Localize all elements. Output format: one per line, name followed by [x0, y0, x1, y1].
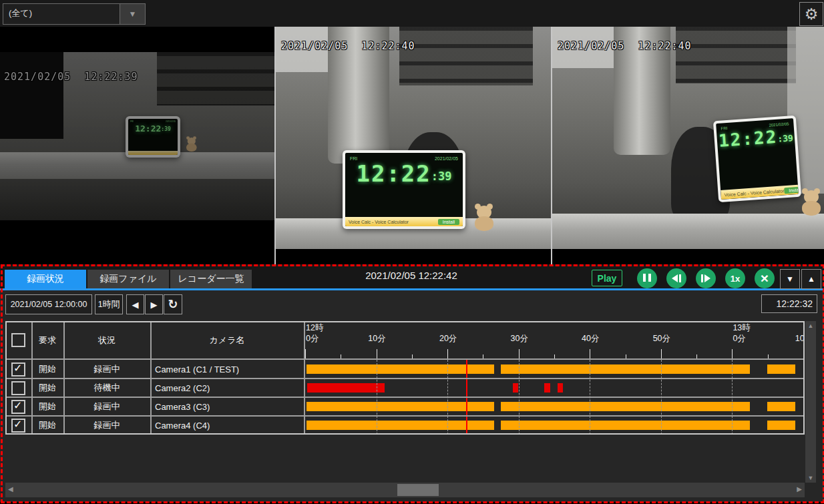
timeline-track: [305, 364, 803, 374]
timeline-hour-label: 13時: [733, 322, 750, 334]
timeline-minute-label: 0分: [733, 333, 745, 344]
ad-banner: Voice Calc - Voice Calculator Install: [720, 185, 799, 200]
timeline-minute-label: 0分: [306, 333, 319, 344]
row-checkbox[interactable]: [11, 381, 25, 395]
timeline-track: [305, 383, 803, 393]
playback-speed-button[interactable]: 1x: [725, 268, 745, 288]
pause-button[interactable]: [637, 268, 657, 288]
recording-segment: [558, 383, 562, 393]
tab-recorder-list[interactable]: レコーダー一覧: [170, 270, 252, 288]
camera-pane-2[interactable]: FRI 2021/02/05 12:22 :39 Voice Calc - Vo…: [276, 27, 551, 264]
header-request: 要求: [31, 321, 63, 359]
recording-segment: [513, 383, 518, 393]
scroll-down-icon[interactable]: ▼: [805, 475, 816, 481]
tab-recording-files[interactable]: 録画ファイル: [87, 270, 169, 288]
timeline-tick: [447, 349, 448, 359]
tablet-clock: FRI 2021/02/05 12:22 :39 Voice Calc - Vo…: [713, 115, 801, 202]
recording-segment: [767, 364, 796, 374]
ad-text: Voice Calc - Voice Calculator: [349, 220, 409, 224]
timeline-tick: [305, 349, 306, 359]
clock-hm: 12:22: [718, 128, 778, 150]
camera-filter-dropdown[interactable]: (全て) ▼: [3, 3, 146, 25]
timeline-hour-label: 12時: [306, 322, 323, 334]
camera-3-video: FRI 2021/02/05 12:22 :39 Voice Calc - Vo…: [552, 27, 824, 249]
header-status: 状況: [63, 321, 150, 359]
camera-name-cell: Camera1 (C1 / TEST): [150, 360, 304, 379]
timeline-tick: [590, 349, 590, 359]
timeline-minute-label: 20分: [439, 333, 457, 344]
select-all-cell: [5, 321, 31, 359]
gear-icon: ⚙: [805, 5, 819, 23]
arrow-right-icon: ▶: [151, 300, 158, 310]
request-cell: 開始: [31, 416, 63, 435]
step-backward-button[interactable]: [666, 268, 686, 288]
row-checkbox[interactable]: [11, 419, 25, 433]
tab-underline: [0, 288, 824, 290]
vertical-scrollbar[interactable]: ▲ ▼: [805, 321, 816, 483]
clock-hm: 12:22: [135, 124, 161, 133]
row-checkbox[interactable]: [11, 362, 25, 376]
next-range-button[interactable]: ▶: [145, 294, 163, 314]
clock-seconds: :39: [431, 169, 452, 185]
recording-segment: [307, 383, 385, 393]
settings-button[interactable]: ⚙: [799, 2, 823, 26]
status-cell: 録画中: [63, 360, 150, 379]
timeline-minute-label: 10分: [795, 333, 803, 344]
timeline-tick: [377, 349, 377, 359]
ad-banner: Voice Calc - Voice Calculator Install: [345, 217, 463, 226]
tablet-screen: FRI 2021/02/05 12:22 :39: [128, 119, 178, 155]
scroll-left-icon[interactable]: ◀: [8, 485, 13, 493]
camera-name-cell: Camera4 (C4): [150, 416, 304, 435]
camera-grid: FRI 2021/02/05 12:22 :39 2021/02/05 1: [0, 27, 824, 264]
refresh-button[interactable]: ↻: [164, 294, 182, 314]
playback-timestamp: 2021/02/05 12:22:42: [304, 270, 519, 281]
timeline-tick: [661, 349, 662, 359]
clock-date: 2021/02/05: [166, 120, 176, 123]
scrollbar-thumb[interactable]: [397, 484, 439, 496]
row-divider: [5, 358, 805, 360]
camera-pane-3[interactable]: FRI 2021/02/05 12:22 :39 Voice Calc - Vo…: [552, 27, 824, 264]
play-status-badge: Play: [592, 270, 622, 286]
camera-1-video: FRI 2021/02/05 12:22 :39 2021/02/05 1: [0, 52, 274, 220]
camera-1-timestamp: 2021/02/05 12:22:39: [4, 71, 138, 83]
request-cell: 開始: [31, 379, 63, 397]
dropdown-arrow-button[interactable]: ▼: [120, 4, 145, 24]
camera-filter-value: (全て): [3, 4, 120, 24]
timeline-header: 12時0分10分20分30分40分50分13時0分10分: [305, 321, 803, 359]
recording-segment: [306, 402, 494, 411]
select-all-checkbox[interactable]: [11, 333, 25, 347]
shelf-rack-shape: [676, 27, 796, 83]
timeline-tick: [519, 349, 520, 359]
top-bar: (全て) ▼ ⚙: [0, 0, 824, 27]
camera-pane-1[interactable]: FRI 2021/02/05 12:22 :39 2021/02/05 1: [0, 27, 274, 264]
horizontal-scrollbar[interactable]: ◀ ▶: [5, 483, 805, 497]
start-datetime-field[interactable]: 2021/02/05 12:00:00: [5, 294, 92, 314]
panel-collapse-button[interactable]: ▼: [780, 269, 800, 289]
header-camera: カメラ名: [150, 321, 304, 359]
close-playback-button[interactable]: ×: [755, 268, 775, 288]
install-button-graphic: Install: [784, 186, 799, 194]
ad-banner: [128, 151, 178, 155]
camera-3-timestamp: 2021/02/05 12:22:40: [558, 40, 692, 52]
row-checkbox[interactable]: [11, 400, 25, 414]
recording-segment: [501, 421, 750, 430]
clock-time: 12:22 :39: [128, 124, 178, 133]
status-cell: 待機中: [63, 379, 150, 397]
status-cell: 録画中: [63, 397, 150, 416]
chevron-up-icon: ▲: [807, 274, 815, 284]
step-forward-button[interactable]: [696, 268, 716, 288]
window-shape: [0, 52, 63, 139]
camera-2-timestamp: 2021/02/05 12:22:40: [281, 40, 415, 52]
tab-recording-status[interactable]: 録画状況: [5, 270, 86, 288]
previous-range-button[interactable]: ◀: [126, 294, 144, 314]
install-button-graphic: Install: [438, 219, 459, 225]
chevron-down-icon: ▼: [129, 9, 137, 19]
scroll-right-icon[interactable]: ▶: [797, 485, 802, 493]
panel-expand-button[interactable]: ▲: [801, 269, 821, 289]
step-bar: [679, 274, 681, 282]
clock-seconds: :39: [161, 125, 170, 133]
clock-seconds: :39: [777, 132, 794, 146]
time-span-button[interactable]: 1時間: [95, 294, 123, 314]
recording-segment: [306, 364, 494, 374]
scroll-up-icon[interactable]: ▲: [805, 322, 816, 329]
